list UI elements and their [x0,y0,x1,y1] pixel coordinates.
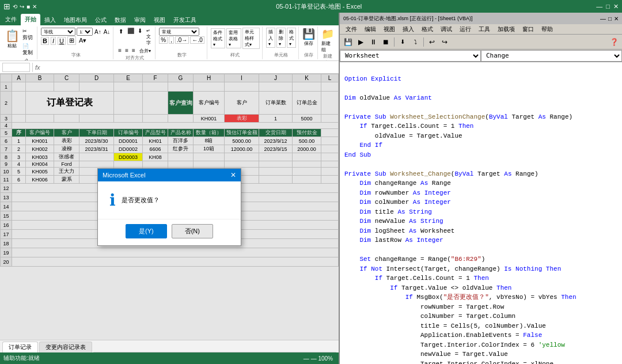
window-title: 05-01-订单登记表-地图 - Excel [41,2,596,11]
code-line [344,103,617,112]
dialog-yes-btn[interactable]: 是(Y) [126,224,167,238]
fill-color-btn[interactable]: A▾ [78,37,88,44]
align-middle-btn[interactable]: ⬛ [126,28,135,47]
maximize-btn[interactable]: □ [606,3,610,10]
bold-btn[interactable]: B [41,37,49,45]
vba-object-select[interactable]: Worksheet [340,50,481,62]
vba-menu-debug[interactable]: 调试 [437,25,456,33]
ribbon-tabs: 文件 开始 插入 地图布局 公式 数据 审阅 视图 开发工具 [0,13,339,25]
vba-menu-edit[interactable]: 编辑 [361,25,380,33]
vba-step-btn[interactable]: ⬇ [397,36,408,48]
code-line [344,65,617,74]
merge-btn[interactable]: 合并▾ [138,47,153,55]
code-line: title = Cells(5, colNumber).Value [344,321,617,331]
tab-file[interactable]: 文件 [1,14,21,25]
vba-menu-tools[interactable]: 工具 [475,25,494,33]
increase-decimal-btn[interactable]: .0→ [175,36,189,44]
formula-bar: G9 fx [0,61,339,74]
vba-menu-run[interactable]: 运行 [456,25,475,33]
sheet-tab-changes[interactable]: 变更内容记录表 [39,342,92,352]
formula-fx-label: fx [35,64,40,71]
increase-font-btn[interactable]: A↑ [94,29,102,35]
dialog-close-icon[interactable]: ✕ [230,171,236,179]
code-line: Dim logSheet As Worksheet [344,226,617,236]
dialog-overlay: Microsoft Excel ✕ ℹ 是否更改值？ 是(Y) 否(N) [0,74,339,340]
vba-menu-view[interactable]: 视图 [380,25,399,33]
conditional-format-btn[interactable]: 条件格式▾ [211,28,226,48]
vba-code-header: Worksheet Change [340,50,622,62]
code-line: If Not Intersect(Target, changeRange) Is… [344,264,617,274]
save-btn[interactable]: 💾 保存 [302,28,315,47]
vba-procedure-select[interactable]: Change [481,50,622,62]
decrease-decimal-btn[interactable]: ←.0 [190,36,204,44]
vba-maximize-btn[interactable]: □ [608,16,612,22]
delete-cell-btn[interactable]: 删除▾ [276,28,286,48]
vba-menu-window[interactable]: 窗口 [519,25,537,33]
comma-btn[interactable]: , [169,36,174,44]
sheet-tab-orders[interactable]: 订单记录 [2,342,38,352]
table-format-btn[interactable]: 套用表格▾ [226,28,241,48]
formula-input[interactable] [43,64,336,71]
vba-redo-btn[interactable]: ↪ [439,36,450,48]
vba-stop-btn[interactable]: ⏹ [380,36,392,48]
copy-btn[interactable]: 📄 复制 [21,43,35,57]
vba-break-btn[interactable]: ⏸ [367,36,379,48]
code-line: Dim title As String [344,207,617,217]
vba-window-title: 05-01-订单登记表-地图.xlsm [正在运行] - [Sheet1 (VB… [343,15,598,22]
vba-menu-insert[interactable]: 插入 [399,25,418,33]
code-line: colNumber = Target.Column [344,312,617,321]
vba-code-editor[interactable]: Option Explicit Dim oldValue As Variant … [340,62,622,364]
minimize-btn[interactable]: — [596,3,602,10]
title-bar: ⊞ ⟲ ↪ ■ ✕ 05-01-订单登记表-地图 - Excel — □ ✕ [0,0,622,13]
vba-save-btn[interactable]: 💾 [342,36,354,48]
underline-btn[interactable]: U [58,37,66,45]
code-line: Private Sub Worksheet_SelectionChange(By… [344,112,617,122]
code-line: If Target.Value <> oldValue Then [344,283,617,293]
font-size-select[interactable]: 11 [77,28,93,36]
wrap-text-btn[interactable]: ↵文字 [145,28,153,47]
cut-btn[interactable]: ✂ 剪切 [21,28,35,42]
tab-dev[interactable]: 开发工具 [169,15,200,25]
vba-minimize-btn[interactable]: — [600,16,606,22]
align-bottom-btn[interactable]: ⬇ [136,28,143,47]
vba-stepover-btn[interactable]: ⤵ [409,36,421,48]
vba-menu-format[interactable]: 格式 [418,25,437,33]
cell-reference-input[interactable]: G9 [2,63,30,72]
code-line: Dim rowNumber As Integer [344,188,617,198]
cell-styles-btn[interactable]: 单元格样式▾ [242,28,260,49]
number-format-select[interactable]: 常规 [159,28,199,36]
insert-cell-btn[interactable]: 插入▾ [266,28,275,48]
paste-btn[interactable]: 📋 粘贴 [5,28,20,50]
tab-formula[interactable]: 公式 [91,15,111,25]
ribbon-group-styles: 条件格式▾ 套用表格▾ 单元格样式▾ 样式 [208,26,263,59]
vba-help-btn[interactable]: ❓ [608,36,620,48]
percent-btn[interactable]: % [159,36,168,44]
vba-undo-btn[interactable]: ↩ [426,36,438,48]
align-left-btn[interactable]: ≡ [117,47,123,55]
vba-menu-help[interactable]: 帮助 [538,25,556,33]
vba-menu-file[interactable]: 文件 [342,25,361,33]
border-btn[interactable]: ⊞ [67,36,76,45]
tab-home[interactable]: 开始 [21,14,40,25]
italic-btn[interactable]: I [51,37,56,45]
format-cell-btn[interactable]: 格式▾ [287,28,296,48]
vba-run-btn[interactable]: ▶ [355,36,366,48]
tab-layout[interactable]: 地图布局 [60,15,91,25]
tab-data[interactable]: 数据 [111,15,130,25]
ribbon-group-cells: 插入▾ 删除▾ 格式▾ 单元格 [264,26,299,59]
tab-review[interactable]: 审阅 [130,15,150,25]
ribbon-group-font: 等线 11 A↑ A↓ B I U ⊞ [39,26,113,59]
tab-insert[interactable]: 插入 [40,15,60,25]
tab-view[interactable]: 视图 [150,15,169,25]
align-top-btn[interactable]: ⬆ [117,28,125,47]
vba-menu-addins[interactable]: 加载项 [494,25,518,33]
align-right-btn[interactable]: ≡ [131,47,136,55]
align-center-btn[interactable]: ≡ [124,47,130,55]
font-family-select[interactable]: 等线 [41,28,75,36]
dialog-no-btn[interactable]: 否(N) [172,224,213,238]
decrease-font-btn[interactable]: A↓ [103,29,111,35]
close-btn[interactable]: ✕ [613,3,619,10]
dialog-info-icon: ℹ [109,191,116,210]
vba-close-icon[interactable]: ✕ [614,16,619,22]
new-group-btn[interactable]: 📁 新建组 [321,28,334,53]
